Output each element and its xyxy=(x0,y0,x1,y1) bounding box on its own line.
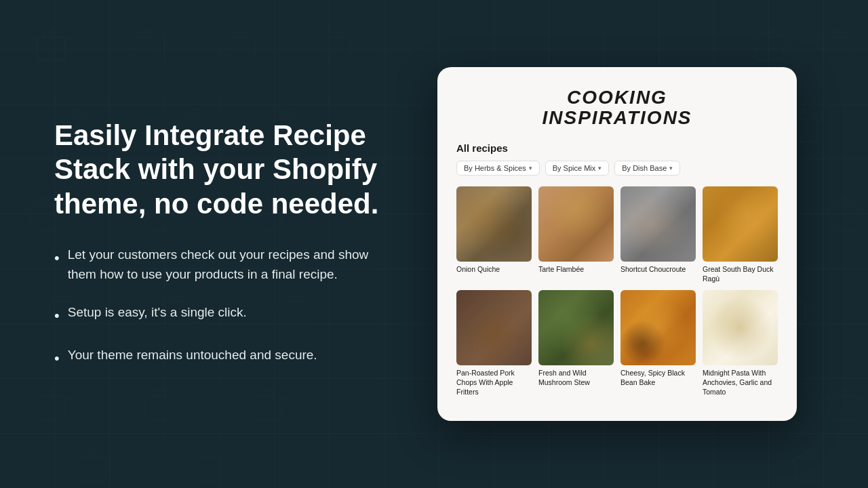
right-panel: COOKING INSPIRATIONS All recipes By Herb… xyxy=(420,67,814,422)
recipe-name-2: Tarte Flambée xyxy=(538,265,614,274)
bullet-text-3: Your theme remains untouched and secure. xyxy=(68,346,317,369)
recipe-name-3: Shortcut Choucroute xyxy=(620,265,696,274)
recipe-image-3 xyxy=(620,186,696,262)
recipe-item-2[interactable]: Tarte Flambée xyxy=(538,186,614,283)
bullet-item-1: • Let your customers check out your reci… xyxy=(54,245,380,284)
main-layout: Easily Integrate Recipe Stack with your … xyxy=(0,0,868,488)
filter-dish-button[interactable]: By Dish Base ▾ xyxy=(614,161,680,176)
site-title-text: COOKING INSPIRATIONS xyxy=(456,87,778,129)
main-heading: Easily Integrate Recipe Stack with your … xyxy=(54,119,380,221)
recipe-name-5: Pan-Roasted Pork Chops With Apple Fritte… xyxy=(456,369,532,396)
recipe-grid: Onion Quiche Tarte Flambée Shortcut Chou… xyxy=(456,186,778,396)
chevron-down-icon: ▾ xyxy=(529,165,532,171)
recipe-item-4[interactable]: Great South Bay Duck Ragù xyxy=(703,186,778,283)
recipe-name-6: Fresh and Wild Mushroom Stew xyxy=(538,369,614,387)
bullet-list: • Let your customers check out your reci… xyxy=(54,245,380,369)
recipe-item-1[interactable]: Onion Quiche xyxy=(456,186,532,283)
recipe-item-6[interactable]: Fresh and Wild Mushroom Stew xyxy=(538,290,614,396)
recipe-name-4: Great South Bay Duck Ragù xyxy=(703,265,778,283)
recipes-label: All recipes xyxy=(456,142,778,154)
recipe-name-1: Onion Quiche xyxy=(456,265,532,274)
recipe-item-5[interactable]: Pan-Roasted Pork Chops With Apple Fritte… xyxy=(456,290,532,396)
recipe-item-7[interactable]: Cheesy, Spicy Black Bean Bake xyxy=(620,290,696,396)
recipe-image-5 xyxy=(456,290,532,365)
recipe-item-8[interactable]: Midnight Pasta With Anchovies, Garlic an… xyxy=(703,290,778,396)
recipe-item-3[interactable]: Shortcut Choucroute xyxy=(620,186,696,283)
bullet-item-3: • Your theme remains untouched and secur… xyxy=(54,346,380,369)
chevron-down-icon: ▾ xyxy=(598,165,601,171)
recipe-name-8: Midnight Pasta With Anchovies, Garlic an… xyxy=(703,369,778,396)
site-title: COOKING INSPIRATIONS xyxy=(456,87,778,129)
recipe-image-8 xyxy=(703,290,778,365)
bullet-dot-1: • xyxy=(54,247,60,284)
filter-spice-button[interactable]: By Spice Mix ▾ xyxy=(545,161,610,176)
bullet-text-1: Let your customers check out your recipe… xyxy=(68,245,380,284)
recipe-name-7: Cheesy, Spicy Black Bean Bake xyxy=(620,369,696,387)
bullet-dot-2: • xyxy=(54,304,60,327)
bullet-text-2: Setup is easy, it's a single click. xyxy=(68,303,247,327)
left-panel: Easily Integrate Recipe Stack with your … xyxy=(54,119,380,369)
bullet-item-2: • Setup is easy, it's a single click. xyxy=(54,303,380,327)
browser-card: COOKING INSPIRATIONS All recipes By Herb… xyxy=(437,67,797,422)
recipe-image-4 xyxy=(703,186,778,262)
bullet-dot-3: • xyxy=(54,347,60,369)
recipe-image-1 xyxy=(456,186,532,262)
recipe-image-6 xyxy=(538,290,614,365)
filter-herbs-button[interactable]: By Herbs & Spices ▾ xyxy=(456,161,540,176)
chevron-down-icon: ▾ xyxy=(669,165,673,171)
recipe-image-7 xyxy=(620,290,696,365)
filter-buttons: By Herbs & Spices ▾ By Spice Mix ▾ By Di… xyxy=(456,161,778,176)
recipe-image-2 xyxy=(538,186,614,262)
